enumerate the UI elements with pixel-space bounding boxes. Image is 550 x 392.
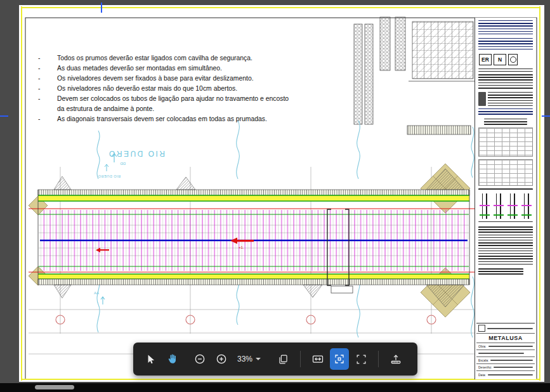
fit-width-icon <box>311 353 324 365</box>
bracing-diagram <box>478 193 491 219</box>
note-bullet: - <box>37 114 57 124</box>
zoom-level-value: 33% <box>237 355 252 363</box>
company-name: METALUSA <box>488 335 522 341</box>
flow-arrow-icon <box>105 164 108 171</box>
viewer-app: +1. RIO DUERO RIO DUERO DD AA -Todos os … <box>0 0 550 392</box>
component-table <box>478 159 533 186</box>
registration-tick-top <box>101 3 102 13</box>
river-label: RIO DUERO <box>107 149 165 158</box>
print-export-button[interactable] <box>386 348 405 370</box>
bridge-plan <box>29 190 484 285</box>
panel-notes-skeleton <box>478 20 533 36</box>
panel-photo-row <box>478 92 533 106</box>
note-bullet: - <box>37 94 57 114</box>
panel-paragraph-skeleton <box>478 226 533 266</box>
cert-ring-icon <box>510 56 516 63</box>
note-item: -Os niveladores não deverão estar mais d… <box>37 84 296 94</box>
panel-header-skeleton <box>478 221 533 224</box>
plot-margin-left <box>21 6 22 381</box>
note-text: Devem ser colocados os tubos de ligação … <box>57 94 296 114</box>
panel-notes-skeleton <box>478 38 533 51</box>
bracing-diagram <box>506 193 519 219</box>
pages-button[interactable] <box>273 348 292 370</box>
chevron-down-icon <box>256 358 261 363</box>
title-block-row: Data: <box>476 371 535 378</box>
toolbar-separator <box>378 351 379 367</box>
bracing-scheme-diagrams <box>478 193 533 219</box>
zoom-in-icon <box>215 353 228 365</box>
load-table <box>478 127 533 157</box>
title-block-skeleton <box>490 360 533 361</box>
fit-page-icon <box>334 353 345 365</box>
fullscreen-button[interactable] <box>351 348 370 370</box>
panel-header-skeleton <box>478 188 533 191</box>
title-block: METALUSA Obra: Escala: Desenho: <box>476 323 535 378</box>
desenho-label: Desenho: <box>478 365 492 369</box>
viewer-toolbar: 33% <box>133 343 417 376</box>
title-block-row <box>476 350 535 357</box>
note-text: Os niveladores devem ser fixados à base … <box>57 74 296 84</box>
title-block-skeleton <box>488 346 533 347</box>
bracing-diagram <box>520 193 533 219</box>
pier-axis-circles <box>56 315 436 324</box>
note-text: Os niveladores não deverão estar mais do… <box>57 84 296 94</box>
zoom-out-icon <box>193 353 206 365</box>
export-upload-icon <box>390 353 402 365</box>
toolbar-separator <box>300 351 301 367</box>
title-block-skeleton <box>478 353 524 354</box>
certification-logos: ER N <box>479 54 532 65</box>
fit-width-button[interactable] <box>308 348 327 370</box>
bottom-status-strip <box>0 383 550 392</box>
scaffold-elevation-drawings <box>354 17 477 134</box>
horizontal-scrollbar-thumb[interactable] <box>35 385 74 389</box>
escala-label: Escala: <box>478 358 488 362</box>
assembly-notes-list: -Todos os prumos deverão estar ligados c… <box>37 53 296 124</box>
title-block-skeleton <box>494 367 533 368</box>
fullscreen-expand-icon <box>355 353 367 365</box>
zoom-out-button[interactable] <box>190 348 209 370</box>
note-item: -As duas metades deverão ser montadas em… <box>37 63 296 74</box>
panel-note-skeleton <box>478 268 523 275</box>
zoom-in-button[interactable] <box>212 348 231 370</box>
note-text: As duas metades deverão ser montadas em … <box>57 63 296 74</box>
bracing-diagram <box>492 193 505 219</box>
extra-certification-logo <box>508 54 518 65</box>
section-marker-aa: AA <box>94 291 99 295</box>
zoom-level-dropdown[interactable]: 33% <box>233 355 265 363</box>
registration-tick-right <box>542 115 550 117</box>
note-item: -As diagonais transversais devem ser col… <box>37 114 296 124</box>
note-item: -Devem ser colocados os tubos de ligação… <box>37 94 296 114</box>
flow-arrow-icon <box>101 297 105 304</box>
n-certification-logo: N <box>494 54 506 65</box>
panel-caption-skeleton <box>478 69 533 72</box>
drawing-sheet: +1. RIO DUERO RIO DUERO DD AA -Todos os … <box>19 5 544 382</box>
note-bullet: - <box>37 84 57 94</box>
title-block-skeleton <box>487 328 533 329</box>
panel-photo <box>478 92 486 106</box>
note-bullet: - <box>37 63 57 74</box>
title-block-row <box>476 323 535 334</box>
select-tool-button[interactable] <box>141 348 160 370</box>
section-marker-dd: DD <box>120 162 126 166</box>
note-item: -Todos os prumos deverão estar ligados c… <box>37 53 296 63</box>
pan-tool-button[interactable] <box>162 348 181 370</box>
note-text: As diagonais transversais devem ser colo… <box>57 114 296 124</box>
er-certification-logo: ER <box>479 54 492 65</box>
cursor-arrow-icon <box>145 353 157 365</box>
title-block-panel: ER N <box>475 18 536 379</box>
arrow-annotation: +1. <box>239 245 244 249</box>
note-text: Todos os prumos deverão estar ligados co… <box>57 53 296 63</box>
panel-text-skeleton <box>488 92 533 106</box>
registration-tick-left <box>0 115 8 117</box>
panel-text-skeleton <box>478 108 533 116</box>
title-block-row: Obra: <box>476 343 535 350</box>
copy-pages-icon <box>277 353 289 365</box>
title-block-row: Escala: <box>476 357 535 364</box>
fit-page-button[interactable] <box>330 348 349 370</box>
river-label-small: RIO DUERO <box>98 174 121 178</box>
plot-margin-right <box>539 6 540 381</box>
company-emblem-icon <box>478 325 485 332</box>
hand-pan-icon <box>166 353 178 365</box>
title-block-row: METALUSA <box>476 334 535 343</box>
data-label: Data: <box>478 373 486 377</box>
